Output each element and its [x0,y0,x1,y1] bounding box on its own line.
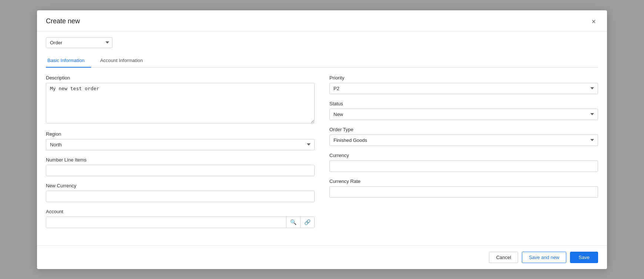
region-label: Region [46,131,315,137]
currency-rate-label: Currency Rate [329,178,598,184]
region-group: Region North South East West [46,131,315,150]
save-button[interactable]: Save [570,252,598,263]
type-select[interactable]: Order Quote Invoice [46,37,113,48]
modal-footer: Cancel Save and new Save [37,245,607,269]
right-column: Priority P1 P2 P3 P4 Status New [329,75,598,235]
order-type-label: Order Type [329,127,598,132]
currency-group: Currency [329,153,598,172]
account-search-button[interactable]: 🔍 [286,217,300,227]
save-and-new-button[interactable]: Save and new [522,252,566,263]
tabs-row: Basic Information Account Information [46,54,598,68]
new-currency-group: New Currency [46,183,315,202]
currency-label: Currency [329,153,598,158]
description-textarea[interactable]: My new test order [46,83,315,123]
currency-input[interactable] [329,160,598,172]
account-label: Account [46,209,315,214]
priority-select[interactable]: P1 P2 P3 P4 [329,83,598,94]
modal-overlay: Create new × Order Quote Invoice Basic I… [0,0,644,279]
order-type-group: Order Type Finished Goods Raw Materials … [329,127,598,146]
cancel-button[interactable]: Cancel [489,252,518,263]
link-icon: 🔗 [304,219,311,225]
new-currency-label: New Currency [46,183,315,188]
close-button[interactable]: × [589,17,598,26]
modal-title: Create new [46,17,80,25]
account-input-wrapper: 🔍 🔗 [46,217,315,228]
modal-dialog: Create new × Order Quote Invoice Basic I… [37,10,607,269]
tab-account-information[interactable]: Account Information [98,54,150,68]
modal-header: Create new × [37,10,607,31]
type-select-row: Order Quote Invoice [46,37,598,48]
number-line-items-input[interactable] [46,165,315,176]
priority-group: Priority P1 P2 P3 P4 [329,75,598,94]
status-group: Status New In Progress Completed Cancell… [329,101,598,120]
new-currency-input[interactable] [46,191,315,202]
status-select[interactable]: New In Progress Completed Cancelled [329,109,598,120]
priority-label: Priority [329,75,598,81]
currency-rate-group: Currency Rate [329,178,598,198]
region-select[interactable]: North South East West [46,139,315,150]
tab-basic-information[interactable]: Basic Information [46,54,91,68]
currency-rate-input[interactable] [329,186,598,198]
status-label: Status [329,101,598,106]
number-line-items-label: Number Line Items [46,157,315,163]
search-icon: 🔍 [290,219,296,225]
modal-body: Order Quote Invoice Basic Information Ac… [37,31,607,245]
account-link-button[interactable]: 🔗 [300,217,314,227]
form-grid: Description My new test order Region Nor… [46,75,598,235]
description-group: Description My new test order [46,75,315,125]
description-label: Description [46,75,315,81]
number-line-items-group: Number Line Items [46,157,315,176]
order-type-select[interactable]: Finished Goods Raw Materials Services [329,135,598,146]
account-group: Account 🔍 🔗 [46,209,315,228]
account-input[interactable] [46,217,286,228]
left-column: Description My new test order Region Nor… [46,75,315,235]
